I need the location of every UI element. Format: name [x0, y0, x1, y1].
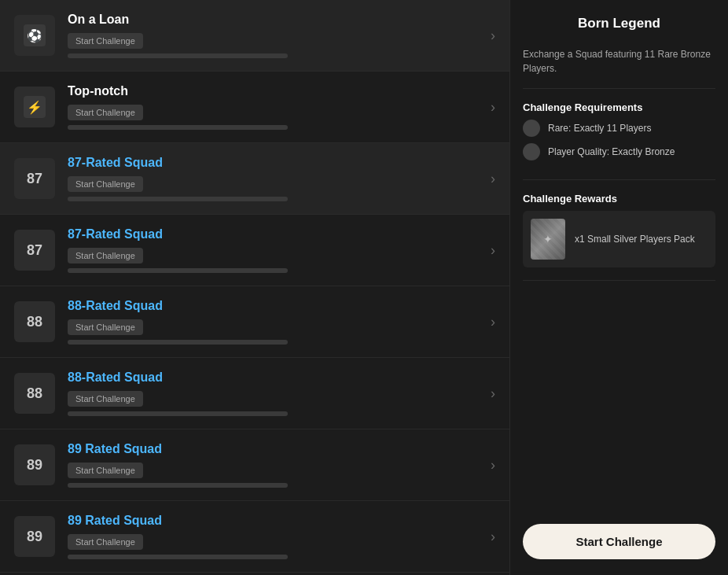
challenge-item-88-rated-2[interactable]: 8888-Rated SquadStart Challenge› — [0, 358, 509, 429]
reward-pack-image — [531, 219, 565, 260]
badge-88-rated-1: 88 — [14, 301, 55, 342]
challenge-info-88-rated-1: 88-Rated SquadStart Challenge — [68, 299, 481, 345]
progress-bar-89-rated-2 — [68, 555, 288, 559]
challenge-item-on-a-loan[interactable]: ⚽ On a LoanStart Challenge› — [0, 0, 509, 72]
challenge-title-87-rated-1: 87-Rated Squad — [68, 156, 481, 170]
req-text-req-2: Player Quality: Exactly Bronze — [548, 146, 675, 157]
start-challenge-button[interactable]: Start Challenge — [523, 524, 715, 559]
req-dot-req-1 — [523, 120, 540, 137]
challenge-item-88-rated-1[interactable]: 8888-Rated SquadStart Challenge› — [0, 286, 509, 358]
progress-bar-87-rated-2 — [68, 268, 288, 273]
requirements-section: Challenge Requirements Rare: Exactly 11 … — [523, 101, 715, 167]
chevron-icon-89-rated-2: › — [491, 529, 495, 545]
divider-2 — [523, 179, 715, 180]
requirement-req-1: Rare: Exactly 11 Players — [523, 120, 715, 137]
panel-title: Born Legend — [523, 16, 715, 31]
start-btn-on-a-loan[interactable]: Start Challenge — [68, 33, 143, 49]
challenge-title-88-rated-2: 88-Rated Squad — [68, 370, 481, 385]
svg-text:⚽: ⚽ — [27, 28, 42, 43]
badge-on-a-loan: ⚽ — [14, 15, 55, 56]
start-btn-89-rated-2[interactable]: Start Challenge — [68, 534, 143, 550]
requirement-req-2: Player Quality: Exactly Bronze — [523, 143, 715, 160]
challenge-title-on-a-loan: On a Loan — [68, 13, 481, 27]
progress-bar-89-rated-1 — [68, 483, 288, 488]
badge-top-notch: ⚡ — [14, 87, 55, 127]
challenge-info-top-notch: Top-notchStart Challenge — [68, 84, 481, 130]
challenge-item-top-notch[interactable]: ⚡ Top-notchStart Challenge› — [0, 72, 509, 143]
badge-87-rated-1: 87 — [14, 158, 55, 199]
start-btn-87-rated-2[interactable]: Start Challenge — [68, 248, 143, 264]
start-btn-88-rated-1[interactable]: Start Challenge — [68, 319, 143, 335]
chevron-icon-top-notch: › — [491, 99, 495, 116]
start-btn-87-rated-1[interactable]: Start Challenge — [68, 176, 143, 192]
chevron-icon-on-a-loan: › — [491, 28, 495, 44]
challenge-info-89-rated-2: 89 Rated SquadStart Challenge — [68, 514, 481, 559]
progress-bar-87-rated-1 — [68, 197, 288, 201]
rewards-section: Challenge Rewards x1 Small Silver Player… — [523, 193, 715, 267]
start-btn-top-notch[interactable]: Start Challenge — [68, 105, 143, 120]
progress-bar-88-rated-2 — [68, 411, 288, 416]
panel-description: Exchange a Squad featuring 11 Rare Bronz… — [523, 47, 715, 76]
challenge-title-89-rated-1: 89 Rated Squad — [68, 442, 481, 456]
challenge-item-87-rated-2[interactable]: 8787-Rated SquadStart Challenge› — [0, 215, 509, 286]
challenge-title-89-rated-2: 89 Rated Squad — [68, 514, 481, 528]
divider-3 — [523, 280, 715, 281]
requirements-list: Rare: Exactly 11 PlayersPlayer Quality: … — [523, 120, 715, 160]
badge-89-rated-1: 89 — [14, 444, 55, 485]
challenge-info-87-rated-1: 87-Rated SquadStart Challenge — [68, 156, 481, 201]
chevron-icon-87-rated-1: › — [491, 171, 495, 187]
progress-bar-88-rated-1 — [68, 340, 288, 345]
challenge-list[interactable]: ⚽ On a LoanStart Challenge› ⚡ Top-notchS… — [0, 0, 509, 575]
challenge-item-87-rated-1[interactable]: 8787-Rated SquadStart Challenge› — [0, 143, 509, 215]
right-panel: Born Legend Exchange a Squad featuring 1… — [509, 0, 728, 575]
challenge-title-top-notch: Top-notch — [68, 84, 481, 98]
req-dot-req-2 — [523, 143, 540, 160]
start-btn-89-rated-1[interactable]: Start Challenge — [68, 463, 143, 478]
divider-1 — [523, 88, 715, 89]
chevron-icon-88-rated-2: › — [491, 385, 495, 402]
challenge-info-on-a-loan: On a LoanStart Challenge — [68, 13, 481, 58]
challenge-item-89-rated-1[interactable]: 8989 Rated SquadStart Challenge› — [0, 429, 509, 501]
start-btn-88-rated-2[interactable]: Start Challenge — [68, 391, 143, 407]
left-panel: ⚽ On a LoanStart Challenge› ⚡ Top-notchS… — [0, 0, 509, 575]
challenge-info-87-rated-2: 87-Rated SquadStart Challenge — [68, 227, 481, 273]
rewards-label: Challenge Rewards — [523, 193, 715, 205]
chevron-icon-87-rated-2: › — [491, 242, 495, 259]
svg-text:⚡: ⚡ — [27, 100, 42, 115]
reward-item: x1 Small Silver Players Pack — [523, 211, 715, 267]
challenge-info-88-rated-2: 88-Rated SquadStart Challenge — [68, 370, 481, 416]
badge-87-rated-2: 87 — [14, 230, 55, 271]
challenge-item-89-rated-2[interactable]: 8989 Rated SquadStart Challenge› — [0, 501, 509, 573]
requirements-label: Challenge Requirements — [523, 101, 715, 113]
reward-name: x1 Small Silver Players Pack — [575, 234, 695, 245]
progress-bar-top-notch — [68, 125, 288, 130]
chevron-icon-89-rated-1: › — [491, 457, 495, 474]
badge-89-rated-2: 89 — [14, 516, 55, 557]
challenge-info-89-rated-1: 89 Rated SquadStart Challenge — [68, 442, 481, 488]
badge-88-rated-2: 88 — [14, 373, 55, 414]
challenge-title-87-rated-2: 87-Rated Squad — [68, 227, 481, 241]
chevron-icon-88-rated-1: › — [491, 314, 495, 330]
req-text-req-1: Rare: Exactly 11 Players — [548, 123, 651, 134]
progress-bar-on-a-loan — [68, 53, 288, 58]
challenge-title-88-rated-1: 88-Rated Squad — [68, 299, 481, 313]
